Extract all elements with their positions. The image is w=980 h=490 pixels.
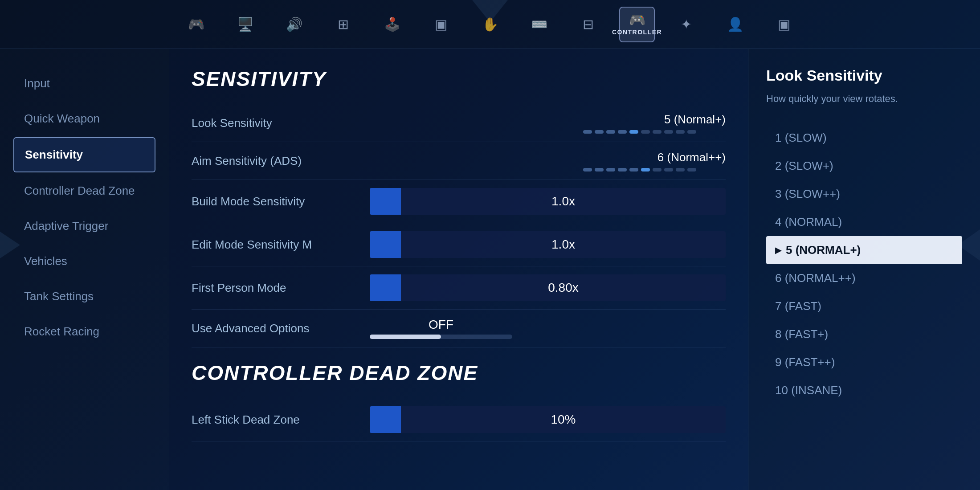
nav-icon-touch[interactable]: ✋ — [472, 7, 508, 42]
setting-label-look-sensitivity: Look Sensitivity — [192, 116, 370, 130]
nav-icon-input[interactable]: 🎮 — [178, 7, 214, 42]
dot-5 — [629, 130, 638, 134]
nav-icon-ui[interactable]: ⊞ — [325, 7, 361, 42]
setting-row-build-mode: Build Mode Sensitivity1.0x — [192, 180, 726, 223]
bar-blue-build-mode — [370, 188, 401, 215]
dot-4 — [618, 168, 627, 172]
bar-value-left-stick: 10% — [551, 412, 576, 427]
setting-label-use-advanced: Use Advanced Options — [192, 322, 370, 335]
sensitivity-option-1[interactable]: 1 (SLOW) — [766, 124, 962, 152]
sensitivity-option-label-5: 5 (NORMAL+) — [786, 243, 861, 257]
sensitivity-option-2[interactable]: 2 (SLOW+) — [766, 152, 962, 180]
nav-icon-extras[interactable]: ✦ — [668, 7, 704, 42]
slider-wrapper-aim-sensitivity: 6 (Normal++) — [370, 151, 726, 172]
more-icon: ▣ — [778, 18, 790, 31]
sidebar-item-vehicles[interactable]: Vehicles — [13, 245, 155, 278]
setting-label-build-mode: Build Mode Sensitivity — [192, 195, 370, 208]
bar-control-first-person[interactable]: 0.80x — [370, 274, 726, 301]
setting-label-edit-mode: Edit Mode Sensitivity M — [192, 238, 370, 252]
dot-3 — [606, 168, 615, 172]
dot-9 — [676, 168, 685, 172]
bar-blue-edit-mode — [370, 231, 401, 258]
sensitivity-option-label-7: 7 (FAST) — [775, 299, 821, 313]
nav-icon-controller[interactable]: 🎮CONTROLLER — [619, 7, 655, 42]
nav-icon-gamepad[interactable]: 🕹️ — [374, 7, 410, 42]
sidebar-item-rocket-racing[interactable]: Rocket Racing — [13, 315, 155, 348]
dot-3 — [606, 130, 615, 134]
setting-control-build-mode[interactable]: 1.0x — [370, 188, 726, 215]
dot-10 — [687, 168, 696, 172]
sensitivity-option-7[interactable]: 7 (FAST) — [766, 292, 962, 320]
bar-control-edit-mode[interactable]: 1.0x — [370, 231, 726, 258]
audio-icon: 🔊 — [286, 18, 302, 31]
dot-1 — [583, 130, 592, 134]
bar-value-build-mode: 1.0x — [551, 194, 575, 208]
nav-icon-audio[interactable]: 🔊 — [276, 7, 312, 42]
sensitivity-options-list: 1 (SLOW)2 (SLOW+)3 (SLOW++)4 (NORMAL)▶5 … — [766, 124, 962, 404]
dead-zone-section-title: CONTROLLER DEAD ZONE — [192, 361, 726, 385]
touch-icon: ✋ — [482, 18, 498, 31]
sensitivity-option-10[interactable]: 10 (INSANE) — [766, 376, 962, 404]
setting-row-use-advanced: Use Advanced OptionsOFF — [192, 310, 726, 347]
nav-icon-window[interactable]: ▣ — [423, 7, 459, 42]
dot-10 — [687, 130, 696, 134]
slider-dots-look-sensitivity[interactable] — [583, 130, 726, 134]
gamepad-icon: 🕹️ — [384, 18, 400, 31]
setting-control-edit-mode[interactable]: 1.0x — [370, 231, 726, 258]
sidebar-item-adaptive-trigger[interactable]: Adaptive Trigger — [13, 209, 155, 243]
selected-arrow-icon: ▶ — [775, 245, 781, 255]
nav-icons-container: 🎮🖥️🔊⊞🕹️▣✋⌨️⊟🎮CONTROLLER✦👤▣ — [178, 7, 802, 42]
sensitivity-option-8[interactable]: 8 (FAST+) — [766, 320, 962, 348]
setting-control-use-advanced[interactable]: OFF — [370, 318, 726, 339]
nav-icon-keyboard[interactable]: ⌨️ — [521, 7, 557, 42]
sensitivity-option-9[interactable]: 9 (FAST++) — [766, 348, 962, 376]
sensitivity-option-4[interactable]: 4 (NORMAL) — [766, 208, 962, 236]
sidebar-item-input[interactable]: Input — [13, 67, 155, 100]
controller-icon: 🎮 — [629, 13, 645, 27]
sensitivity-option-label-9: 9 (FAST++) — [775, 355, 835, 369]
bar-blue-left-stick — [370, 406, 401, 433]
sidebar-item-tank-settings[interactable]: Tank Settings — [13, 280, 155, 313]
setting-row-first-person: First Person Mode0.80x — [192, 266, 726, 310]
bar-value-first-person: 0.80x — [548, 281, 579, 295]
window-icon: ▣ — [435, 18, 447, 31]
nav-icon-display[interactable]: 🖥️ — [227, 7, 263, 42]
sensitivity-section-title: SENSITIVITY — [192, 67, 726, 91]
toggle-control-use-advanced[interactable]: OFF — [370, 318, 726, 339]
sensitivity-option-label-3: 3 (SLOW++) — [775, 187, 840, 201]
bar-control-build-mode[interactable]: 1.0x — [370, 188, 726, 215]
dot-8 — [664, 130, 673, 134]
right-panel: Look Sensitivity How quickly your view r… — [748, 49, 980, 490]
toggle-track-use-advanced[interactable] — [370, 335, 512, 339]
sensitivity-option-label-8: 8 (FAST+) — [775, 327, 828, 341]
dot-9 — [676, 130, 685, 134]
nav-icon-more[interactable]: ▣ — [766, 7, 802, 42]
dot-2 — [595, 130, 604, 134]
toggle-value-use-advanced: OFF — [370, 318, 512, 332]
sidebar-item-quick-weapon[interactable]: Quick Weapon — [13, 102, 155, 135]
nav-icon-label-controller: CONTROLLER — [612, 29, 662, 36]
setting-control-look-sensitivity[interactable]: 5 (Normal+) — [370, 113, 726, 134]
bar-control-left-stick[interactable]: 10% — [370, 406, 726, 433]
nav-icon-account[interactable]: 👤 — [717, 7, 753, 42]
slider-dots-aim-sensitivity[interactable] — [583, 168, 726, 172]
bar-blue-first-person — [370, 274, 401, 301]
sensitivity-option-6[interactable]: 6 (NORMAL++) — [766, 264, 962, 292]
setting-row-left-stick: Left Stick Dead Zone10% — [192, 398, 726, 441]
sensitivity-option-label-10: 10 (INSANE) — [775, 384, 842, 397]
setting-control-left-stick[interactable]: 10% — [370, 406, 726, 433]
bar-dark-edit-mode: 1.0x — [401, 231, 726, 258]
setting-control-first-person[interactable]: 0.80x — [370, 274, 726, 301]
nav-icon-network[interactable]: ⊟ — [570, 7, 606, 42]
setting-control-aim-sensitivity[interactable]: 6 (Normal++) — [370, 151, 726, 172]
sensitivity-option-5[interactable]: ▶5 (NORMAL+) — [766, 236, 962, 264]
dot-7 — [653, 130, 662, 134]
toggle-knob-use-advanced — [370, 335, 441, 339]
slider-wrapper-look-sensitivity: 5 (Normal+) — [370, 113, 726, 134]
account-icon: 👤 — [727, 18, 743, 31]
sidebar-item-sensitivity[interactable]: Sensitivity — [13, 137, 155, 172]
sensitivity-option-3[interactable]: 3 (SLOW++) — [766, 180, 962, 208]
sidebar-item-controller-dead-zone[interactable]: Controller Dead Zone — [13, 174, 155, 208]
dot-5 — [629, 168, 638, 172]
setting-label-left-stick: Left Stick Dead Zone — [192, 413, 370, 427]
